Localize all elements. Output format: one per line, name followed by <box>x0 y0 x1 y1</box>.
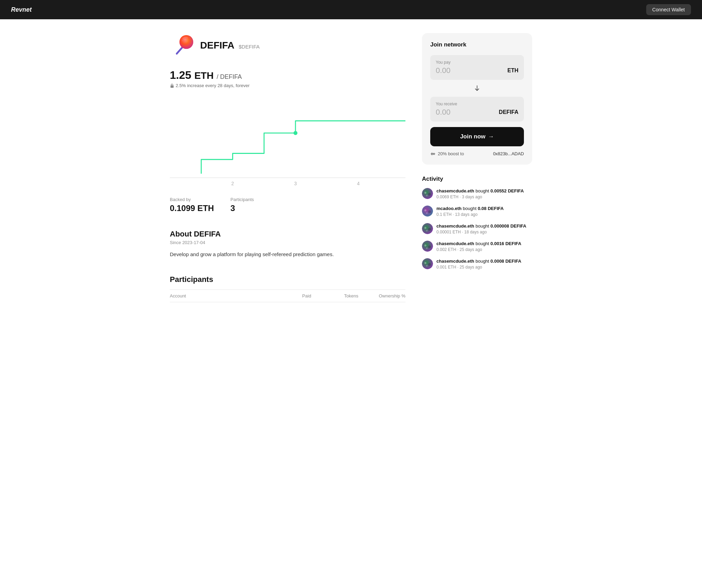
svg-point-18 <box>424 227 426 229</box>
svg-point-20 <box>426 230 428 231</box>
activity-item: chasemcdude.eth bought 0.000008 DEFIFA 0… <box>422 223 532 235</box>
activity-avatar <box>422 223 433 234</box>
participants-title: Participants <box>170 275 405 284</box>
you-pay-label: You pay <box>436 60 518 65</box>
arrow-down-icon <box>474 85 481 92</box>
svg-point-27 <box>428 263 431 266</box>
boost-row: 20% boost to 0x823b...ADAD <box>430 151 524 156</box>
svg-point-23 <box>428 245 431 248</box>
activity-avatar <box>422 206 433 217</box>
navbar: Revnet Connect Wallet <box>0 0 702 19</box>
you-receive-currency: DEFIFA <box>499 109 518 115</box>
svg-rect-3 <box>171 85 174 88</box>
svg-point-19 <box>428 228 431 231</box>
activity-avatar <box>422 188 433 199</box>
backed-by-label: Backed by <box>170 197 214 202</box>
chart-svg: 2 3 4 <box>170 96 405 186</box>
about-since: Since 2023-17-04 <box>170 240 405 245</box>
activity-text: chasemcdude.eth bought 0.00552 DEFIFA 0.… <box>436 188 524 200</box>
project-logo-svg <box>170 33 195 58</box>
activity-text: mcadoo.eth bought 0.08 DEFIFA 0.1 ETH · … <box>436 206 504 218</box>
col-ownership: Ownership % <box>358 293 405 298</box>
project-ticker: $DEFIFA <box>239 44 260 50</box>
col-account: Account <box>170 293 264 298</box>
brand-logo: Revnet <box>11 6 32 13</box>
svg-point-16 <box>426 212 428 214</box>
sidebar: Join network You pay 0.00 ETH You receiv… <box>422 33 532 302</box>
svg-point-22 <box>424 244 426 246</box>
svg-point-26 <box>424 262 426 264</box>
backed-by-stat: Backed by 0.1099 ETH <box>170 197 214 213</box>
svg-point-13 <box>422 206 433 217</box>
svg-text:4: 4 <box>357 180 360 186</box>
about-description: Develop and grow a platform for playing … <box>170 251 405 259</box>
backed-by-value: 0.1099 ETH <box>170 203 214 213</box>
activity-text: chasemcdude.eth bought 0.000008 DEFIFA 0… <box>436 223 526 235</box>
activity-text: chasemcdude.eth bought 0.0016 DEFIFA 0.0… <box>436 241 521 253</box>
svg-point-2 <box>179 35 193 49</box>
participants-stat: Participants 3 <box>230 197 254 213</box>
stats-row: Backed by 0.1099 ETH Participants 3 <box>170 197 405 213</box>
project-name: DEFIFA <box>200 40 235 51</box>
svg-point-24 <box>426 247 428 249</box>
col-paid: Paid <box>264 293 311 298</box>
boost-left: 20% boost to <box>430 151 464 156</box>
svg-point-25 <box>422 258 433 269</box>
activity-section: Activity chasemcdude.eth bought 0.00552 … <box>422 176 532 270</box>
svg-point-21 <box>422 241 433 252</box>
svg-point-17 <box>422 223 433 234</box>
svg-point-11 <box>428 193 431 196</box>
svg-text:3: 3 <box>294 180 297 186</box>
you-pay-value[interactable]: 0.00 <box>436 66 451 75</box>
svg-point-10 <box>424 192 426 194</box>
lock-icon <box>170 83 174 88</box>
price-subtitle: 2.5% increase every 28 days, forever <box>170 83 405 88</box>
price-display: 1.25 ETH / DEFIFA <box>170 69 405 82</box>
boost-icon <box>430 152 436 156</box>
activity-avatar <box>422 258 433 269</box>
svg-text:2: 2 <box>231 180 234 186</box>
svg-point-15 <box>428 210 431 213</box>
you-receive-value[interactable]: 0.00 <box>436 108 451 117</box>
you-receive-row: 0.00 DEFIFA <box>436 108 518 117</box>
svg-point-5 <box>293 131 297 135</box>
price-section: 1.25 ETH / DEFIFA 2.5% increase every 28… <box>170 69 405 88</box>
participants-value: 3 <box>230 203 254 213</box>
you-pay-currency: ETH <box>507 67 518 74</box>
about-section: About DEFIFA Since 2023-17-04 Develop an… <box>170 230 405 259</box>
project-name-block: DEFIFA $DEFIFA <box>200 40 260 51</box>
project-logo <box>170 33 195 58</box>
table-header: Account Paid Tokens Ownership % <box>170 290 405 302</box>
svg-point-9 <box>422 188 433 199</box>
activity-text: chasemcdude.eth bought 0.0008 DEFIFA 0.0… <box>436 258 521 270</box>
project-header: DEFIFA $DEFIFA <box>170 33 405 58</box>
activity-list: chasemcdude.eth bought 0.00552 DEFIFA 0.… <box>422 188 532 270</box>
activity-item: chasemcdude.eth bought 0.00552 DEFIFA 0.… <box>422 188 532 200</box>
join-network-title: Join network <box>430 41 524 48</box>
page-container: DEFIFA $DEFIFA 1.25 ETH / DEFIFA 2.5% in… <box>162 19 540 316</box>
price-chart: 2 3 4 <box>170 96 405 186</box>
col-tokens: Tokens <box>311 293 358 298</box>
activity-item: chasemcdude.eth bought 0.0008 DEFIFA 0.0… <box>422 258 532 270</box>
participants-section: Participants Account Paid Tokens Ownersh… <box>170 275 405 302</box>
you-receive-label: You receive <box>436 102 518 106</box>
boost-address[interactable]: 0x823b...ADAD <box>493 151 524 156</box>
join-network-card: Join network You pay 0.00 ETH You receiv… <box>422 33 532 165</box>
you-pay-group[interactable]: You pay 0.00 ETH <box>430 55 524 80</box>
svg-point-14 <box>424 209 426 211</box>
you-pay-row: 0.00 ETH <box>436 66 518 75</box>
svg-point-12 <box>426 195 428 197</box>
swap-arrow <box>430 81 524 97</box>
join-now-button[interactable]: Join now → <box>430 127 524 146</box>
price-unit: / DEFIFA <box>217 73 242 80</box>
about-title: About DEFIFA <box>170 230 405 239</box>
connect-wallet-button[interactable]: Connect Wallet <box>646 4 691 15</box>
participants-label: Participants <box>230 197 254 202</box>
main-content: DEFIFA $DEFIFA 1.25 ETH / DEFIFA 2.5% in… <box>170 33 405 302</box>
activity-avatar <box>422 241 433 252</box>
activity-title: Activity <box>422 176 532 182</box>
price-value: 1.25 ETH <box>170 69 217 81</box>
you-receive-group[interactable]: You receive 0.00 DEFIFA <box>430 97 524 122</box>
activity-item: chasemcdude.eth bought 0.0016 DEFIFA 0.0… <box>422 241 532 253</box>
svg-point-28 <box>426 265 428 266</box>
